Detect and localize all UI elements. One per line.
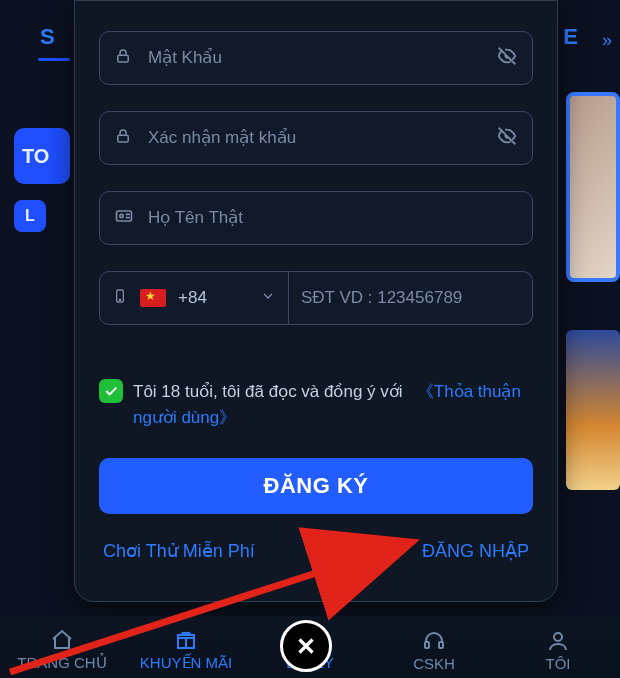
nav-support-label: CSKH	[413, 655, 455, 672]
chevron-right-icon: »	[602, 30, 612, 51]
close-button[interactable]	[280, 620, 332, 672]
nav-home[interactable]: TRANG CHỦ	[0, 616, 124, 678]
user-icon	[546, 629, 570, 653]
try-free-link[interactable]: Chơi Thử Miễn Phí	[103, 540, 255, 562]
country-code-select[interactable]: +84	[99, 271, 289, 325]
lock-icon	[114, 47, 132, 69]
headset-icon	[422, 629, 446, 653]
country-code: +84	[178, 288, 207, 308]
bg-letter-e: E	[563, 24, 578, 50]
svg-point-9	[554, 633, 562, 641]
bg-chip-to: TO	[14, 128, 70, 184]
password-input[interactable]	[100, 32, 532, 84]
bg-letter-s: S	[40, 24, 55, 50]
eye-off-icon[interactable]	[496, 125, 518, 151]
id-card-icon	[114, 206, 134, 230]
svg-rect-1	[118, 135, 129, 142]
agreement-text-wrap: Tôi 18 tuổi, tôi đã đọc và đồng ý với 《T…	[133, 379, 533, 432]
bg-thumbnail-1	[566, 92, 620, 282]
nav-promo[interactable]: KHUYẾN MÃI	[124, 616, 248, 678]
phone-row: +84	[99, 271, 533, 325]
svg-point-5	[119, 299, 120, 300]
nav-me[interactable]: TÔI	[496, 616, 620, 678]
password-field[interactable]	[99, 31, 533, 85]
gift-icon	[174, 628, 198, 652]
register-modal: +84 Tôi 18 tuổi, tôi đã đọc và đồng ý vớ…	[74, 0, 558, 602]
nav-home-label: TRANG CHỦ	[17, 654, 106, 672]
home-icon	[50, 628, 74, 652]
agreement-checkbox[interactable]	[99, 379, 123, 403]
agreement-text: Tôi 18 tuổi, tôi đã đọc và đồng ý với	[133, 382, 403, 401]
close-icon	[293, 633, 319, 659]
phone-field[interactable]	[289, 271, 533, 325]
bg-chip-l: L	[14, 200, 46, 232]
nav-me-label: TÔI	[546, 655, 571, 672]
svg-rect-8	[439, 642, 443, 648]
phone-input[interactable]	[289, 272, 532, 324]
phone-icon	[112, 285, 128, 311]
register-button[interactable]: ĐĂNG KÝ	[99, 458, 533, 514]
nav-promo-label: KHUYẾN MÃI	[140, 654, 232, 672]
eye-off-icon[interactable]	[496, 45, 518, 71]
agreement-row: Tôi 18 tuổi, tôi đã đọc và đồng ý với 《T…	[99, 379, 533, 432]
confirm-password-field[interactable]	[99, 111, 533, 165]
chevron-down-icon	[260, 288, 276, 308]
login-link[interactable]: ĐĂNG NHẬP	[422, 540, 529, 562]
lock-icon	[114, 127, 132, 149]
bg-underline	[38, 58, 70, 61]
nav-support[interactable]: CSKH	[372, 616, 496, 678]
secondary-links: Chơi Thử Miễn Phí ĐĂNG NHẬP	[99, 540, 533, 562]
realname-field[interactable]	[99, 191, 533, 245]
svg-rect-7	[425, 642, 429, 648]
flag-vn-icon	[140, 289, 166, 307]
realname-input[interactable]	[100, 192, 532, 244]
bg-thumbnail-2	[566, 330, 620, 490]
svg-rect-0	[118, 55, 129, 62]
svg-point-3	[120, 214, 123, 217]
confirm-password-input[interactable]	[100, 112, 532, 164]
